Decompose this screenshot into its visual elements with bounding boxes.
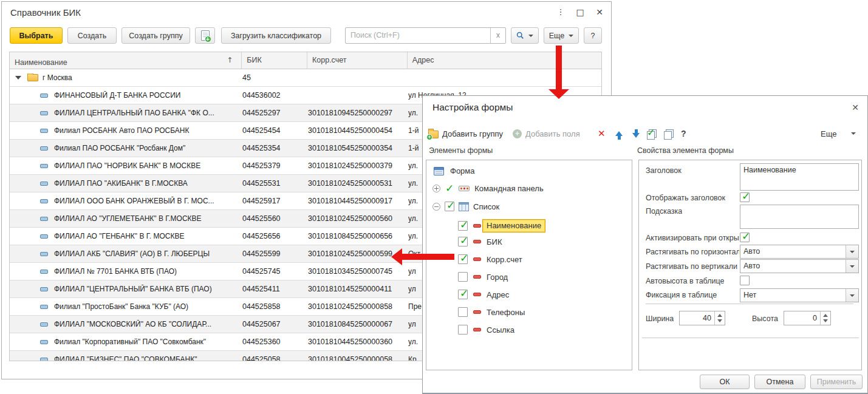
field-dash-icon (473, 257, 481, 261)
command-panel-icon (459, 186, 470, 191)
element-dash-icon (40, 111, 48, 115)
tree-item-command-panel[interactable]: ✓ Командная панель (432, 184, 544, 193)
prop-width-spinner[interactable]: 40 (679, 311, 725, 325)
create-element-icon-button[interactable]: + (195, 27, 215, 44)
prop-stretch-v-combo[interactable]: Авто (740, 259, 859, 273)
expand-plus-icon[interactable] (432, 185, 440, 192)
combo-arrow-icon[interactable] (846, 245, 858, 258)
delete-button[interactable]: ✕ (598, 127, 606, 140)
table-header: Наименование↑ БИК Корр.счет Адрес (10, 52, 601, 69)
tree-item-field-3[interactable]: ✓Корр.счет (458, 254, 522, 264)
search-button[interactable] (511, 27, 539, 44)
prop-title-field[interactable]: Наименование (740, 163, 859, 191)
checkbox-checked[interactable]: ✓ (458, 290, 468, 299)
folder-plus-icon: + (428, 131, 439, 138)
chevron-down-icon (569, 35, 573, 37)
check-all-button[interactable]: ✓ (647, 127, 656, 140)
prop-activate-checkbox[interactable]: ✓ (740, 233, 750, 242)
column-header-addr[interactable]: Адрес (408, 52, 601, 69)
list-icon (459, 202, 469, 211)
checkbox-checked[interactable]: ✓ (445, 202, 454, 211)
apply-button[interactable]: Применить (810, 375, 863, 389)
check-mark-icon: ✓ (445, 185, 454, 192)
help-button[interactable]: ? (584, 27, 602, 44)
tree-item-list[interactable]: ✓ Список (432, 202, 499, 211)
tree-item-field-5[interactable]: ✓Адрес (458, 290, 509, 299)
window-title: Справочник БИК (10, 7, 81, 18)
element-dash-icon (40, 93, 48, 98)
prop-hint-field[interactable] (740, 205, 859, 229)
field-dash-icon (473, 240, 481, 243)
checkbox-checked[interactable]: ✓ (458, 237, 468, 246)
prop-height-spinner[interactable]: 0 (784, 311, 831, 325)
element-dash-icon (40, 252, 48, 256)
checkbox-checked[interactable]: ✓ (458, 221, 468, 231)
prop-autoheight-label: Автовысота в таблице (646, 277, 724, 285)
tree-item-form[interactable]: Форма (434, 166, 475, 175)
prop-width-label: Ширина (646, 314, 674, 323)
column-header-bik[interactable]: БИК (242, 52, 307, 69)
spinner-buttons[interactable] (714, 311, 725, 325)
sort-asc-icon: ↑ (227, 56, 233, 64)
document-plus-icon: + (201, 30, 210, 41)
search-clear-button[interactable]: x (490, 28, 505, 43)
tree-item-field-6[interactable]: Телефоны (458, 307, 525, 317)
prop-show-title-checkbox[interactable]: ✓ (740, 192, 750, 202)
tree-item-field-7[interactable]: Ссылка (458, 325, 514, 335)
tree-item-field-1[interactable]: ✓Наименование (458, 219, 545, 233)
dialog-more-button[interactable]: Еще (821, 127, 856, 140)
move-down-button[interactable] (632, 127, 640, 140)
sheets-icon (664, 129, 673, 138)
element-dash-icon (40, 182, 48, 186)
spinner-buttons[interactable] (820, 311, 830, 325)
tree-item-field-4[interactable]: Город (458, 272, 508, 282)
prop-hint-label: Подсказка (646, 207, 682, 216)
separator (646, 304, 853, 304)
circle-plus-icon: + (513, 129, 522, 138)
element-dash-icon (40, 129, 48, 133)
more-button[interactable]: Еще (544, 27, 579, 44)
create-group-button[interactable]: Создать группу (121, 27, 190, 44)
table-group-row[interactable]: г Москва 45 (10, 69, 601, 87)
move-up-button[interactable] (615, 127, 623, 140)
column-header-name[interactable]: Наименование↑ (10, 52, 242, 69)
search-placeholder: Поиск (Ctrl+F) (346, 28, 490, 43)
column-header-corr[interactable]: Корр.счет (307, 52, 408, 69)
prop-stretch-h-combo[interactable]: Авто (740, 245, 859, 259)
search-field[interactable]: Поиск (Ctrl+F) x (345, 27, 506, 44)
prop-autoheight-checkbox[interactable] (740, 276, 750, 285)
combo-arrow-icon[interactable] (846, 260, 858, 273)
uncheck-all-button[interactable] (664, 127, 673, 140)
create-button[interactable]: Создать (67, 27, 117, 44)
prop-fixation-label: Фиксация в таблице (646, 291, 717, 299)
add-fields-button[interactable]: + Добавить поля (513, 127, 580, 140)
arrow-up-icon (615, 131, 623, 136)
cancel-button[interactable]: Отмена (754, 375, 805, 389)
element-dash-icon (40, 146, 48, 151)
separator (642, 338, 859, 338)
collapse-minus-icon[interactable] (432, 203, 440, 211)
maximize-icon[interactable]: □ (575, 7, 586, 18)
expand-triangle-icon[interactable] (15, 76, 21, 80)
add-group-button[interactable]: + Добавить группу (428, 127, 503, 140)
window-menu-icon[interactable]: ⋮ (555, 7, 566, 18)
select-button[interactable]: Выбрать (10, 27, 63, 44)
field-dash-icon (473, 328, 481, 331)
prop-title-label: Заголовок (646, 166, 682, 175)
checkbox-checked[interactable]: ✓ (458, 254, 468, 264)
combo-arrow-icon[interactable] (846, 289, 858, 302)
prop-activate-label: Активизировать при открытии (646, 234, 739, 242)
checkbox-unchecked[interactable] (458, 307, 468, 317)
prop-fixation-combo[interactable]: Нет (740, 288, 859, 302)
arrow-down-icon (632, 133, 640, 138)
load-classifier-button[interactable]: Загрузить классификатор (221, 27, 331, 44)
ok-button[interactable]: ОК (700, 375, 750, 389)
checkbox-unchecked[interactable] (458, 325, 468, 335)
field-dash-icon (473, 224, 481, 228)
dialog-close-icon[interactable]: ✕ (852, 103, 859, 112)
tree-item-field-2[interactable]: ✓БИК (458, 237, 502, 246)
element-dash-icon (40, 305, 48, 309)
checkbox-unchecked[interactable] (458, 272, 468, 282)
dialog-help-button[interactable]: ? (681, 127, 686, 140)
close-icon[interactable]: ✕ (594, 7, 605, 18)
